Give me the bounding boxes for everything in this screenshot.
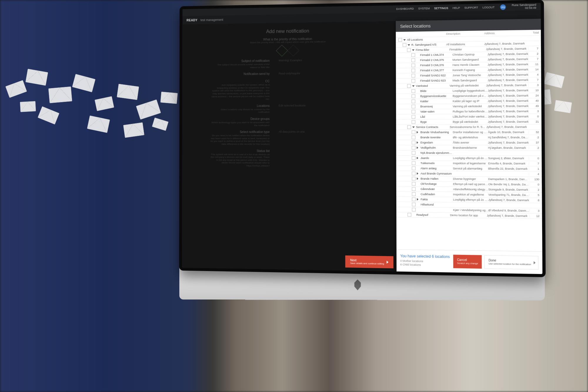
row-checkbox[interactable] [412,110,415,113]
row-name: Firmabil 3 CML376 [420,63,452,67]
row-total: 5 [529,194,540,197]
row-description: Demo location for app [450,214,487,217]
row-checkbox[interactable] [412,192,416,196]
nav-support[interactable]: SUPPORT [465,6,478,9]
row-checkbox[interactable] [411,53,415,57]
tree-twisty-icon[interactable] [403,39,406,41]
row-checkbox[interactable] [412,177,416,180]
row-checkbox[interactable] [407,84,411,88]
tree-twisty-icon[interactable] [417,177,420,180]
form-value[interactable]: Edit selected locations [279,104,367,114]
row-checkbox[interactable] [411,69,415,72]
form-value[interactable] [279,79,367,100]
tree-row[interactable]: BruensvejVarming på værkstedetJyllandsve… [396,104,541,110]
tree-twisty-icon[interactable] [417,147,419,149]
row-checkbox[interactable] [412,79,415,83]
row-checkbox[interactable] [412,198,416,201]
row-checkbox[interactable] [412,141,415,144]
row-checkbox[interactable] [412,151,415,154]
nav-logout[interactable]: LOGOUT [482,6,495,9]
form-value[interactable] [279,117,367,127]
tree-twisty-icon[interactable] [417,157,419,159]
row-checkbox[interactable] [412,146,415,149]
tree-twisty-icon[interactable] [417,131,419,133]
form-value[interactable]: All data points on one [279,130,367,146]
row-description: Servicé på alarmanlæg [453,167,488,170]
tree-row[interactable]: Alarm anlægServicé på alarmanlægBlisevil… [396,166,542,172]
tree-row[interactable]: KalderKalder på lager og IPJyllandsvej 7… [396,98,541,104]
location-tree[interactable]: All LocationsR. Søndergaard A/SAll insta… [396,36,542,251]
row-name: Asol Brande Gymnasium [420,172,453,175]
tree-row[interactable]: JaardoLovpligtig eftersyn på én vareligS… [396,156,542,161]
row-checkbox[interactable] [407,125,411,129]
row-description: Firmabiler [449,48,486,51]
row-checkbox[interactable] [407,213,411,217]
nav-settings[interactable]: SETTINGS [434,6,448,10]
row-checkbox[interactable] [411,63,415,67]
tree-twisty-icon[interactable] [417,141,419,144]
tree-twisty-icon[interactable] [412,85,415,87]
row-checkbox[interactable] [412,182,416,186]
tree-row[interactable]: Nyk.Brande ejendomme A/S [396,150,542,156]
tree-row[interactable]: Valør-salenRullegas for købevillende og … [396,109,541,114]
tree-row[interactable]: Service ContractsServiceabonnerta for R.… [396,125,542,130]
tree-row[interactable]: ReadysofDemo location for appJyllandsvej… [396,212,542,219]
form-value[interactable]: Warning! Examples [279,58,367,69]
row-address: Jyllandsvej 7, Brande, Danmark [488,99,528,102]
row-checkbox[interactable] [398,38,402,42]
row-checkbox[interactable] [411,74,415,77]
row-name: Brande Hallen [420,177,453,180]
form-value[interactable] [279,149,367,168]
row-address: Jyllandsvej 7, Brande, Danmark [488,63,528,66]
tree-twisty-icon[interactable] [417,172,420,175]
row-description: Jonas Tang Vestvoche [452,73,488,77]
nav-dashboard[interactable]: DASHBOARD [396,7,414,10]
row-checkbox[interactable] [412,166,416,170]
row-checkbox[interactable] [412,136,415,139]
row-checkbox[interactable] [412,203,416,206]
row-checkbox[interactable] [412,187,416,191]
tree-row[interactable]: TukkenvelvInspektion af legørelserneEmsv… [396,161,542,166]
tree-twisty-icon[interactable] [417,198,420,201]
row-name: Byggeserviceskuette [420,95,452,98]
row-checkbox[interactable] [412,89,415,93]
form-label: Status listThis system will send an e-ma… [210,149,270,167]
row-checkbox[interactable] [412,94,415,98]
priority-option-1[interactable] [276,45,288,56]
nav-system[interactable]: SYSTEM [418,7,430,10]
user-avatar-badge[interactable]: RS [500,4,506,10]
row-checkbox[interactable] [412,130,415,134]
tree-twisty-icon[interactable] [407,44,410,46]
tree-row[interactable]: EngeslamÅlsks avenerJyllandsvej 7, Brand… [396,140,542,145]
row-description: Dranfor installationer og SFT bus [453,131,488,134]
row-total: 3 [529,209,540,212]
row-checkbox[interactable] [407,48,411,52]
row-checkbox[interactable] [412,172,416,175]
tree-twisty-icon[interactable] [412,126,415,128]
row-checkbox[interactable] [412,120,415,124]
form-value[interactable]: Read-only/require [279,71,367,76]
tree-row[interactable]: Brande VinduehavningDranfor installation… [396,130,542,135]
row-checkbox[interactable] [412,115,415,119]
row-checkbox[interactable] [412,156,415,160]
row-checkbox[interactable] [412,100,415,103]
tree-row[interactable]: LådLåltLås/Port inder værkstedsrudJyllan… [396,114,541,120]
priority-option-2[interactable] [287,45,299,56]
next-button[interactable]: Next Save details and continue editing [345,255,393,268]
done-button[interactable]: Done Use selected location for the notif… [485,255,539,270]
row-checkbox[interactable] [403,43,407,47]
tree-row[interactable]: BygeByge på værkstedetJyllandsvej 7, Bra… [396,119,541,125]
cancel-button[interactable]: Cancel Scratch any change [453,255,482,269]
tree-twisty-icon[interactable] [412,49,414,51]
tree-row[interactable]: VedligeholmBrandvaredelserneHj.løgskøn, … [396,145,542,151]
nav-help[interactable]: HELP [452,6,460,10]
row-name: Firmabil SANDJ 822 [420,74,452,77]
tree-row[interactable]: Brande isverskeØ6- og aktivitetshusHj.Sa… [396,135,542,140]
row-checkbox[interactable] [411,58,415,62]
row-total: 130 [529,178,540,181]
row-checkbox[interactable] [412,208,416,212]
row-name: Gårendvær [421,188,453,191]
row-checkbox[interactable] [412,105,415,108]
form-label-text: Select notification type [240,130,270,134]
row-checkbox[interactable] [412,161,416,165]
